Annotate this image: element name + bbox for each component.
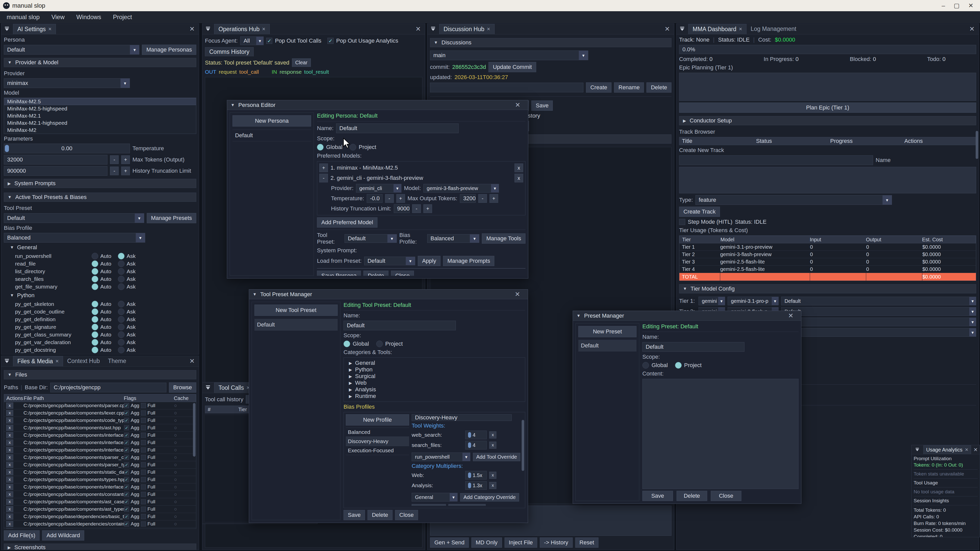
track-type-dropdown[interactable]: feature▼ <box>695 195 892 205</box>
manage-tools-button[interactable]: Manage Tools <box>482 233 525 244</box>
full-checkbox[interactable]: ✓ <box>141 448 146 453</box>
remove-file-button[interactable]: x <box>6 491 13 497</box>
category-override-dropdown[interactable]: General▼ <box>412 493 458 502</box>
model-list-item[interactable]: MiniMax-M2.5-highspeed <box>4 105 196 112</box>
close-dialog-button[interactable]: Close <box>395 510 418 520</box>
full-checkbox[interactable]: ✓ <box>141 507 146 512</box>
delete-button[interactable]: Delete <box>676 491 707 501</box>
scope-project-radio[interactable] <box>675 362 682 368</box>
auto-radio[interactable] <box>92 347 98 353</box>
create-discussion-button[interactable]: Create <box>586 83 611 93</box>
bias-profile-dropdown[interactable]: Balanced▼ <box>4 233 145 243</box>
close-dialog-button[interactable]: Close <box>391 271 414 276</box>
auto-radio[interactable] <box>92 283 98 290</box>
close-button[interactable]: Close <box>711 491 741 501</box>
plan-epic-button[interactable]: Plan Epic (Tier 1) <box>679 103 976 113</box>
manage-personas-button[interactable]: Manage Personas <box>142 44 196 55</box>
history-limit-plus-button[interactable]: + <box>121 167 130 175</box>
panel-close-icon[interactable]: ✕ <box>415 25 421 33</box>
tier-preset-dropdown[interactable]: Default▼ <box>781 297 976 305</box>
auto-radio[interactable] <box>92 268 98 275</box>
dock-icon[interactable] <box>205 27 212 32</box>
remove-file-button[interactable]: x <box>6 425 13 431</box>
rename-discussion-button[interactable]: Rename <box>614 83 644 93</box>
provider-model-header[interactable]: ▼Provider & Model <box>4 58 196 67</box>
temperature-slider[interactable]: 0.00 <box>4 144 130 153</box>
collapse-icon[interactable]: ▼ <box>231 103 235 107</box>
tool-override-dropdown[interactable]: run_powershell▼ <box>412 453 470 461</box>
mot-minus-button[interactable]: - <box>478 194 487 203</box>
tab-discussion-hub[interactable]: Discussion Hub× <box>439 24 495 34</box>
mot-plus-button[interactable]: + <box>490 194 498 203</box>
bias-profile-list-item[interactable]: Balanced <box>346 427 409 437</box>
remove-file-button[interactable]: x <box>6 476 13 483</box>
dialog-close-icon[interactable]: ✕ <box>515 101 520 109</box>
agg-checkbox[interactable]: ✓ <box>124 448 129 453</box>
auto-radio[interactable] <box>92 331 98 338</box>
dialog-close-icon[interactable]: ✕ <box>515 291 520 298</box>
full-checkbox[interactable]: ✓ <box>141 521 146 527</box>
track-description-textarea[interactable] <box>679 167 976 193</box>
delete-persona-button[interactable]: Delete <box>363 271 388 276</box>
max-tokens-plus-button[interactable]: + <box>121 156 130 164</box>
category-python[interactable]: ▼Python <box>4 292 196 299</box>
menu-windows[interactable]: Windows <box>76 14 101 21</box>
menu-project[interactable]: Project <box>113 14 132 21</box>
base-dir-input[interactable] <box>50 383 166 392</box>
new-profile-button[interactable]: New Profile <box>346 414 409 426</box>
remove-file-button[interactable]: x <box>6 447 13 453</box>
update-commit-button[interactable]: Update Commit <box>488 62 536 72</box>
auto-radio[interactable] <box>92 260 98 267</box>
ask-radio[interactable] <box>118 253 124 259</box>
preset-name-input[interactable] <box>642 342 745 352</box>
full-checkbox[interactable]: ✓ <box>141 410 146 416</box>
remove-file-button[interactable]: x <box>6 454 13 460</box>
mma-tab[interactable]: Log Management× <box>746 24 800 34</box>
ask-radio[interactable] <box>118 339 124 346</box>
auto-radio[interactable] <box>92 339 98 346</box>
agg-checkbox[interactable]: ✓ <box>124 440 129 445</box>
dock-icon[interactable] <box>205 385 212 390</box>
profile-name-input[interactable]: Discovery-Heavy <box>412 414 512 421</box>
scope-global-radio[interactable] <box>317 144 324 151</box>
history-limit-minus-button[interactable]: - <box>110 167 119 175</box>
tier-preset-dropdown[interactable]: Default▼ <box>781 307 976 316</box>
scope-project-radio[interactable] <box>376 341 383 347</box>
pm-provider-dropdown[interactable]: gemini_cli▼ <box>356 184 401 192</box>
bias-profile-list-item[interactable]: Discovery-Heavy <box>346 437 409 446</box>
minimize-icon[interactable]: – <box>942 2 945 9</box>
full-checkbox[interactable]: ✓ <box>141 433 146 438</box>
remove-file-button[interactable]: x <box>6 417 13 424</box>
tier-preset-dropdown[interactable]: Default▼ <box>781 328 976 337</box>
ask-radio[interactable] <box>118 324 124 330</box>
files-section-header[interactable]: ▼Files <box>4 370 196 380</box>
ask-radio[interactable] <box>118 331 124 338</box>
popout-tool-calls-checkbox[interactable]: ✓ <box>266 38 272 44</box>
tool-preset-name-input[interactable] <box>344 321 456 330</box>
tier-model-dropdown[interactable]: gemini-3.1-pro-p▼ <box>728 297 779 305</box>
tab-comms-history[interactable]: Comms History <box>205 47 254 56</box>
composer-button[interactable]: Gen + Send <box>430 537 469 548</box>
agg-checkbox[interactable]: ✓ <box>124 410 129 416</box>
files-media-tab[interactable]: Files & Media× <box>13 356 63 366</box>
files-media-tab[interactable]: Context Hub× <box>63 356 104 366</box>
remove-file-button[interactable]: x <box>6 462 13 468</box>
agg-checkbox[interactable]: ✓ <box>124 477 129 482</box>
temperature-input[interactable]: -0.0 <box>367 194 383 203</box>
tab-tool-calls[interactable]: Tool Calls× <box>214 383 254 393</box>
panel-close-icon[interactable]: ✕ <box>974 447 978 453</box>
full-checkbox[interactable]: ✓ <box>141 514 146 519</box>
screenshots-header[interactable]: ▶Screenshots <box>4 544 196 550</box>
focus-agent-dropdown[interactable]: All▼ <box>240 37 264 45</box>
multiplier-slider[interactable]: 1.3x <box>465 481 487 490</box>
auto-radio[interactable] <box>92 253 98 259</box>
panel-close-icon[interactable]: ✕ <box>665 25 670 33</box>
history-limit-input[interactable]: 900000 <box>394 204 410 213</box>
panel-close-icon[interactable]: ✕ <box>969 25 975 33</box>
full-checkbox[interactable]: ✓ <box>141 499 146 504</box>
system-prompt-textarea[interactable] <box>317 268 525 268</box>
ask-radio[interactable] <box>118 276 124 283</box>
tab-close-icon[interactable]: × <box>262 26 266 32</box>
tool-preset-dropdown[interactable]: Default▼ <box>4 213 144 223</box>
agg-checkbox[interactable]: ✓ <box>124 425 129 430</box>
